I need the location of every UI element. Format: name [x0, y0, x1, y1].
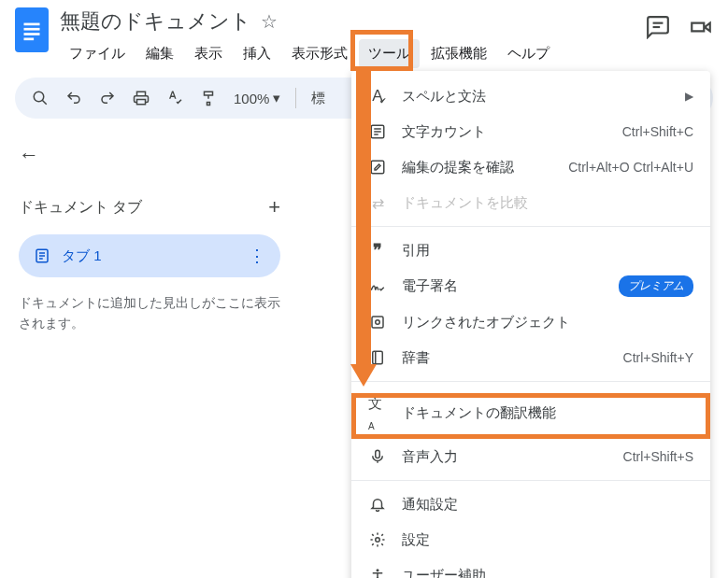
dropdown-item-gear[interactable]: 設定 [351, 522, 710, 557]
dropdown-shortcut: Ctrl+Alt+O Ctrl+Alt+U [568, 160, 693, 175]
svg-point-7 [34, 92, 44, 102]
dropdown-label: 通知設定 [402, 496, 693, 514]
list-icon [368, 123, 387, 140]
comment-icon[interactable] [646, 15, 670, 39]
docs-icon [20, 14, 44, 46]
dropdown-label: 引用 [402, 242, 693, 260]
quote-icon: ❞ [368, 240, 387, 261]
doc-tab-icon [34, 247, 50, 264]
menu-help[interactable]: ヘルプ [498, 39, 559, 68]
svg-point-19 [376, 320, 380, 325]
dropdown-label: 辞書 [402, 349, 608, 367]
star-button[interactable]: ☆ [261, 10, 278, 33]
svg-rect-17 [371, 161, 384, 174]
dropdown-shortcut: Ctrl+Shift+C [622, 124, 693, 139]
tabs-header: ドキュメント タブ + [19, 195, 280, 219]
dropdown-item-compare: ⇄ドキュメントを比較 [351, 185, 710, 220]
redo-icon[interactable] [93, 84, 121, 112]
dropdown-item-dict[interactable]: 辞書Ctrl+Shift+Y [351, 340, 710, 375]
video-icon[interactable] [689, 15, 713, 39]
svg-rect-20 [373, 351, 383, 364]
back-button[interactable]: ← [19, 143, 39, 167]
dropdown-shortcut: Ctrl+Shift+S [623, 449, 693, 464]
dropdown-label: リンクされたオブジェクト [402, 314, 693, 331]
menu-view[interactable]: 表示 [185, 39, 232, 68]
dropdown-item-A[interactable]: A✔スペルと文法▶ [351, 78, 710, 114]
menu-insert[interactable]: 挿入 [234, 39, 280, 68]
dropdown-label: スペルと文法 [402, 88, 670, 106]
dict-icon [368, 349, 387, 366]
chevron-down-icon: ▾ [273, 90, 280, 106]
paint-format-icon[interactable] [194, 84, 222, 112]
dropdown-label: ユーザー補助 [402, 567, 693, 579]
tabs-title: ドキュメント タブ [19, 198, 142, 218]
menu-edit[interactable]: 編集 [136, 39, 183, 68]
dropdown-separator [351, 381, 710, 382]
dropdown-item-link[interactable]: リンクされたオブジェクト [351, 304, 710, 340]
document-title[interactable]: 無題のドキュメント [60, 7, 251, 35]
dropdown-label: 設定 [402, 531, 693, 549]
tab-more-icon[interactable]: ⋮ [249, 246, 265, 266]
svg-rect-1 [24, 23, 40, 26]
zoom-select[interactable]: 100% ▾ [228, 90, 286, 106]
dropdown-label: 電子署名 [402, 277, 604, 295]
dropdown-label: 編集の提案を確認 [402, 159, 553, 176]
menu-file[interactable]: ファイル [60, 39, 135, 68]
access-icon [368, 567, 387, 578]
dropdown-item-list[interactable]: 文字カウントCtrl+Shift+C [351, 114, 710, 149]
menu-tools[interactable]: ツール [359, 39, 420, 68]
separator [295, 88, 296, 108]
svg-point-23 [376, 538, 380, 543]
dropdown-item-quote[interactable]: ❞引用 [351, 233, 710, 268]
dropdown-shortcut: Ctrl+Shift+Y [623, 350, 693, 365]
style-select[interactable]: 標 [306, 90, 331, 107]
dropdown-label: ドキュメントを比較 [402, 194, 693, 212]
dropdown-item-sign[interactable]: 電子署名プレミアム [351, 268, 710, 304]
header-actions [646, 7, 713, 39]
dropdown-item-access[interactable]: ユーザー補助 [351, 557, 710, 578]
tab-item[interactable]: タブ 1 ⋮ [19, 234, 280, 277]
submenu-arrow-icon: ▶ [685, 90, 693, 103]
svg-rect-18 [372, 317, 383, 328]
print-icon[interactable] [127, 84, 155, 112]
dropdown-label: 音声入力 [402, 448, 608, 466]
dropdown-item-edit[interactable]: 編集の提案を確認Ctrl+Alt+O Ctrl+Alt+U [351, 149, 710, 185]
bell-icon [368, 496, 387, 513]
menu-format[interactable]: 表示形式 [282, 39, 357, 68]
spellcheck-icon[interactable] [161, 84, 189, 112]
dropdown-item-mic[interactable]: 音声入力Ctrl+Shift+S [351, 439, 710, 474]
dropdown-item-translate[interactable]: 文Aドキュメントの翻訳機能 [351, 388, 710, 439]
docs-logo[interactable] [15, 7, 49, 52]
svg-rect-2 [24, 28, 40, 31]
sign-icon [368, 278, 387, 295]
tab-label: タブ 1 [62, 247, 102, 265]
dropdown-separator [351, 480, 710, 481]
premium-badge: プレミアム [619, 275, 693, 297]
undo-icon[interactable] [60, 84, 88, 112]
mic-icon [368, 448, 387, 465]
sidebar: ← ドキュメント タブ + タブ 1 ⋮ ドキュメントに追加した見出しがここに表… [0, 128, 299, 349]
translate-icon: 文A [368, 395, 387, 431]
header: 無題のドキュメント ☆ ファイル 編集 表示 挿入 表示形式 ツール 拡張機能 … [0, 0, 728, 68]
svg-point-24 [377, 569, 379, 571]
A-icon: A✔ [368, 87, 387, 106]
dropdown-separator [351, 226, 710, 227]
gear-icon [368, 531, 387, 548]
svg-rect-3 [24, 33, 40, 35]
menubar: ファイル 編集 表示 挿入 表示形式 ツール 拡張機能 ヘルプ [60, 39, 646, 68]
dropdown-label: 文字カウント [402, 123, 607, 141]
compare-icon: ⇄ [368, 194, 387, 212]
search-icon[interactable] [26, 84, 54, 112]
svg-rect-4 [24, 38, 35, 41]
add-tab-button[interactable]: + [268, 195, 280, 219]
tools-dropdown: A✔スペルと文法▶文字カウントCtrl+Shift+C編集の提案を確認Ctrl+… [351, 71, 710, 578]
svg-line-8 [42, 100, 47, 105]
dropdown-label: ドキュメントの翻訳機能 [402, 404, 693, 422]
link-icon [368, 314, 387, 331]
menu-extensions[interactable]: 拡張機能 [421, 39, 496, 68]
title-area: 無題のドキュメント ☆ ファイル 編集 表示 挿入 表示形式 ツール 拡張機能 … [60, 7, 646, 68]
sidebar-hint: ドキュメントに追加した見出しがここに表示されます。 [19, 292, 280, 334]
svg-rect-22 [376, 450, 380, 458]
dropdown-item-bell[interactable]: 通知設定 [351, 486, 710, 522]
edit-icon [368, 159, 387, 176]
